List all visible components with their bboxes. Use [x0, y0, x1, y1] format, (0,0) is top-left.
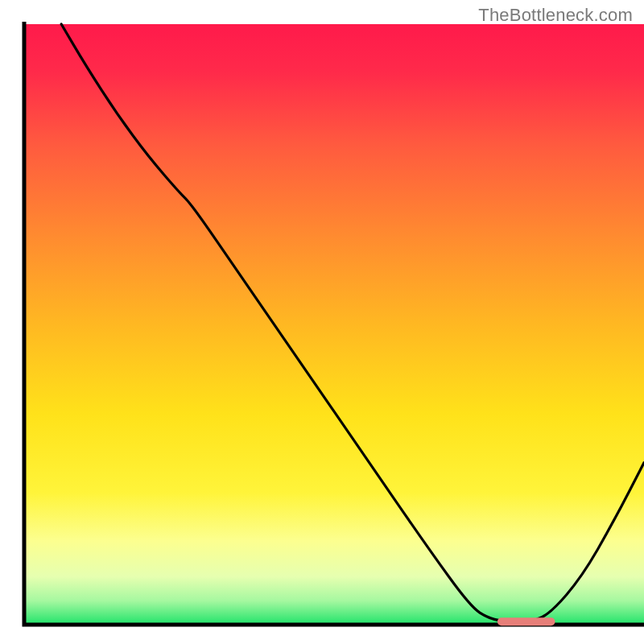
chart-svg: [0, 0, 644, 644]
watermark-text: TheBottleneck.com: [478, 5, 633, 26]
bottleneck-chart: [0, 0, 644, 644]
